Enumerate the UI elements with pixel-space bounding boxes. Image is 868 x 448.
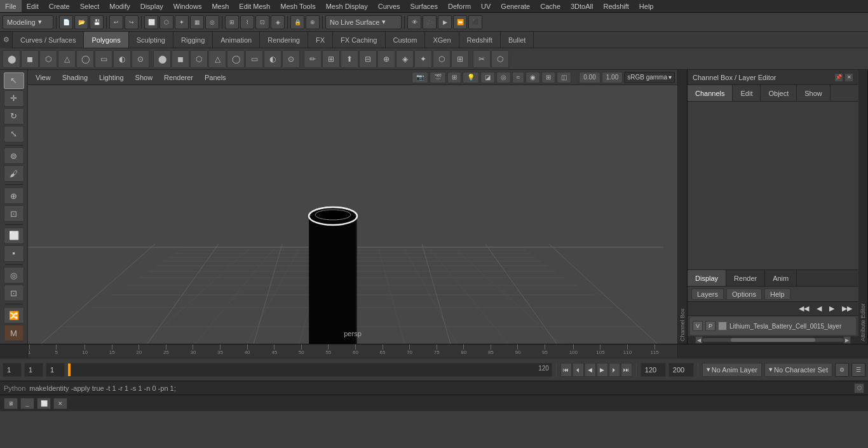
rp-pin-btn[interactable]: 📌 bbox=[834, 73, 843, 82]
marquee-lt-btn[interactable]: ⬜ bbox=[4, 227, 24, 244]
vp-grid-btn[interactable]: ⊞ bbox=[447, 72, 461, 83]
rp-close-btn[interactable]: ✕ bbox=[844, 73, 853, 82]
vp-hud-btn[interactable]: ⊞ bbox=[541, 72, 555, 83]
layer-color-swatch[interactable] bbox=[718, 322, 727, 330]
vp-shading-menu[interactable]: Shading bbox=[57, 70, 93, 85]
offset-btn[interactable]: ⬡ bbox=[491, 50, 509, 68]
menu-3dtall[interactable]: 3DtoAll bbox=[566, 0, 598, 12]
vp-gamma-val[interactable]: 0.00 bbox=[579, 72, 600, 83]
mode-tab-sculpting[interactable]: Sculpting bbox=[129, 32, 173, 48]
paint-btn-lt[interactable]: 🖌 bbox=[4, 165, 24, 182]
anim-step-back[interactable]: ⏴ bbox=[573, 363, 584, 377]
render-region-btn[interactable]: ⬛ bbox=[468, 15, 482, 29]
poly-disk-btn[interactable]: ◐ bbox=[264, 50, 281, 68]
window-icon-btn[interactable]: 🖥 bbox=[4, 398, 18, 409]
viewport-3d[interactable]: X Y Z bbox=[28, 85, 677, 344]
plane-btn[interactable]: ▭ bbox=[95, 50, 112, 68]
vp-colorspace-dropdown[interactable]: sRGB gamma ▾ bbox=[624, 72, 675, 83]
window-maximize-btn[interactable]: ⬜ bbox=[37, 398, 51, 409]
vp-film-btn[interactable]: 🎬 bbox=[430, 72, 446, 83]
menu-file[interactable]: File bbox=[0, 0, 22, 12]
menu-help[interactable]: Help bbox=[634, 0, 659, 12]
anim-play[interactable]: ▶ bbox=[597, 363, 608, 377]
snap-curve-btn[interactable]: ⌇ bbox=[240, 15, 254, 29]
save-file-btn[interactable]: 💾 bbox=[90, 15, 104, 29]
poly-cone-btn[interactable]: △ bbox=[208, 50, 226, 68]
menu-create[interactable]: Create bbox=[44, 0, 75, 12]
new-file-btn[interactable]: 📄 bbox=[59, 15, 73, 29]
mode-tab-xgen[interactable]: XGen bbox=[425, 32, 459, 48]
menu-modify[interactable]: Modify bbox=[104, 0, 135, 12]
mode-tab-curves[interactable]: Curves / Surfaces bbox=[13, 32, 84, 48]
show-manip-btn[interactable]: ⊕ bbox=[4, 187, 24, 204]
soft-select-btn[interactable]: ◎ bbox=[205, 15, 219, 29]
render-cam-btn[interactable]: 🎥 bbox=[423, 15, 437, 29]
undo-btn[interactable]: ↩ bbox=[109, 15, 123, 29]
mode-tab-rendering[interactable]: Rendering bbox=[260, 32, 308, 48]
paint-btn[interactable]: ✦ bbox=[175, 15, 189, 29]
window-minimize-btn[interactable]: _ bbox=[20, 398, 34, 409]
select-btn[interactable]: ⬜ bbox=[144, 15, 158, 29]
magnet-btn[interactable]: ⊕ bbox=[306, 15, 320, 29]
snap-view-btn[interactable]: ◈ bbox=[271, 15, 285, 29]
poly-pipe-btn[interactable]: ⊙ bbox=[282, 50, 300, 68]
rp-tab-channels[interactable]: Channels bbox=[688, 85, 733, 101]
menu-uv[interactable]: UV bbox=[476, 0, 496, 12]
render-btn[interactable]: ▶ bbox=[438, 15, 452, 29]
collapse-btn[interactable]: ✦ bbox=[414, 50, 432, 68]
mode-tab-fx-caching[interactable]: FX Caching bbox=[333, 32, 385, 48]
scale-tool-btn[interactable]: ⤡ bbox=[4, 126, 24, 142]
fill-btn[interactable]: ◈ bbox=[396, 50, 414, 68]
menu-deform[interactable]: Deform bbox=[443, 0, 476, 12]
move-tool-btn[interactable]: ✛ bbox=[4, 90, 24, 107]
soft-mod-btn[interactable]: ⊚ bbox=[4, 147, 24, 164]
anim-go-start[interactable]: ⏮ bbox=[560, 363, 572, 377]
poly-sphere-btn[interactable]: ⬤ bbox=[153, 50, 171, 68]
anim-go-end[interactable]: ⏭ bbox=[621, 363, 632, 377]
merge-btn[interactable]: ⊕ bbox=[377, 50, 395, 68]
rp-tab-show[interactable]: Show bbox=[797, 85, 831, 101]
vp-view-menu[interactable]: View bbox=[31, 70, 56, 85]
mode-tab-custom[interactable]: Custom bbox=[386, 32, 426, 48]
rect-select-btn[interactable]: ▪ bbox=[4, 245, 24, 262]
vp-dof-btn[interactable]: ◉ bbox=[526, 72, 540, 83]
rp-subtab-help[interactable]: Help bbox=[764, 288, 790, 300]
layer-nav-last[interactable]: ▶▶ bbox=[839, 304, 855, 313]
menu-display[interactable]: Display bbox=[135, 0, 168, 12]
mode-tab-rigging[interactable]: Rigging bbox=[173, 32, 213, 48]
layer-nav-first[interactable]: ◀◀ bbox=[796, 304, 811, 313]
layer-nav-prev[interactable]: ◀ bbox=[814, 304, 824, 313]
sphere-btn[interactable]: ⬤ bbox=[3, 50, 20, 68]
smooth-btn[interactable]: ⬡ bbox=[433, 50, 451, 68]
menu-mesh[interactable]: Mesh bbox=[207, 0, 234, 12]
attribute-editor-tab[interactable]: Attribute Editor bbox=[858, 70, 868, 344]
frame-field-2[interactable]: 1 bbox=[24, 363, 43, 377]
vp-cam-btn[interactable]: 📷 bbox=[412, 72, 428, 83]
mode-dropdown[interactable]: Modeling ▾ bbox=[3, 15, 53, 29]
rp-tab-render[interactable]: Render bbox=[726, 270, 765, 286]
bottom-settings-btn[interactable]: ⚙ bbox=[835, 363, 849, 377]
python-expand-btn[interactable]: ⬡ bbox=[854, 383, 864, 393]
vp-light-btn[interactable]: 💡 bbox=[463, 72, 479, 83]
frame-field-3[interactable]: 1 bbox=[46, 363, 65, 377]
cylinder-btn[interactable]: ⬡ bbox=[39, 50, 57, 68]
menu-edit[interactable]: Edit bbox=[22, 0, 44, 12]
vp-lighting-menu[interactable]: Lighting bbox=[94, 70, 129, 85]
marquee-btn[interactable]: ▦ bbox=[190, 15, 204, 29]
torus-btn[interactable]: ◯ bbox=[76, 50, 94, 68]
layer-visible-btn[interactable]: V bbox=[693, 321, 703, 331]
vp-ao-btn[interactable]: ◎ bbox=[496, 72, 511, 83]
bridge-btn[interactable]: ⊟ bbox=[359, 50, 377, 68]
timeline-slider-bar[interactable]: 120 bbox=[67, 363, 552, 377]
bottom-char-btn[interactable]: ☰ bbox=[851, 363, 865, 377]
multi-cut-btn[interactable]: ✂ bbox=[473, 50, 491, 68]
mode-tab-animation[interactable]: Animation bbox=[213, 32, 260, 48]
disk-btn[interactable]: ◐ bbox=[113, 50, 131, 68]
layers-scroll-right[interactable]: ▶ bbox=[843, 336, 851, 344]
poly-cube-btn[interactable]: ◼ bbox=[172, 50, 189, 68]
layer-nav-next[interactable]: ▶ bbox=[827, 304, 837, 313]
pipe-btn[interactable]: ⊙ bbox=[132, 50, 149, 68]
rp-tab-anim[interactable]: Anim bbox=[765, 270, 797, 286]
render-seq-btn[interactable]: ⏩ bbox=[453, 15, 467, 29]
logo-btn[interactable]: M bbox=[4, 325, 24, 341]
